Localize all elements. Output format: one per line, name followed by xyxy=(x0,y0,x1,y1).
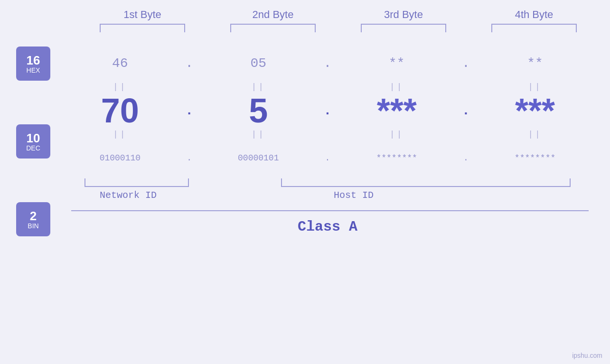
bin-cell-1: 01000110 xyxy=(73,153,168,163)
host-id-bracket xyxy=(281,178,571,187)
byte-header-2: 2nd Byte xyxy=(225,9,320,21)
hex-badge: 16 HEX xyxy=(16,47,50,81)
watermark: ipshu.com xyxy=(572,352,602,359)
hex-cell-2: 05 xyxy=(211,56,306,71)
eq2-4: || xyxy=(488,130,582,139)
bin-dot-2: . xyxy=(318,153,337,163)
dec-row: 70 . 5 . *** . *** xyxy=(66,94,589,127)
net-id-bracket xyxy=(84,178,189,187)
class-label: Class A xyxy=(298,219,357,235)
dec-cell-1: 70 xyxy=(73,91,168,130)
eq1-1: || xyxy=(73,82,168,92)
hex-cell-1: 46 xyxy=(73,56,168,71)
dec-dot-2: . xyxy=(318,103,337,118)
byte-header-3: 3rd Byte xyxy=(356,9,451,21)
bin-badge-label: BIN xyxy=(28,223,38,229)
host-id-label: Host ID xyxy=(209,190,498,201)
hex-badge-num: 16 xyxy=(27,54,40,67)
hex-cell-4: ** xyxy=(488,56,582,71)
main-area: 16 HEX 10 DEC 2 BIN 46 . 05 . ** . ** xyxy=(0,37,610,364)
dec-badge-num: 10 xyxy=(27,131,40,145)
hex-dot-1: . xyxy=(180,56,199,71)
equals-row-2: || || || || xyxy=(66,127,589,141)
eq2-3: || xyxy=(349,130,444,139)
main-container: 1st Byte 2nd Byte 3rd Byte 4th Byte 16 H… xyxy=(0,0,610,364)
bracket-1 xyxy=(100,24,185,32)
dec-cell-4: *** xyxy=(488,91,582,130)
dec-cell-2: 5 xyxy=(211,91,306,130)
bracket-4 xyxy=(491,24,577,32)
byte-header-4: 4th Byte xyxy=(487,9,582,21)
bin-dot-3: . xyxy=(456,153,475,163)
dec-cell-3: *** xyxy=(349,91,444,130)
bracket-2 xyxy=(230,24,316,32)
bin-badge: 2 BIN xyxy=(16,202,50,236)
dec-badge: 10 DEC xyxy=(16,124,50,159)
bracket-3 xyxy=(361,24,446,32)
eq2-2: || xyxy=(211,130,306,139)
bin-cell-3: ******** xyxy=(349,153,444,163)
data-grid: 46 . 05 . ** . ** || || || || 70 xyxy=(66,37,610,235)
hex-badge-label: HEX xyxy=(27,67,40,74)
network-id-label: Network ID xyxy=(66,190,190,201)
id-labels-row: Network ID Host ID xyxy=(66,190,589,201)
dec-dot-1: . xyxy=(180,103,199,118)
eq2-1: || xyxy=(73,130,168,139)
badges-column: 16 HEX 10 DEC 2 BIN xyxy=(0,37,66,236)
hex-row: 46 . 05 . ** . ** xyxy=(66,47,589,80)
bin-badge-num: 2 xyxy=(30,209,37,223)
bin-cell-2: 00000101 xyxy=(211,153,306,163)
hex-dot-2: . xyxy=(318,56,337,71)
byte-header-1: 1st Byte xyxy=(95,9,190,21)
top-brackets xyxy=(77,24,600,32)
class-label-row: Class A xyxy=(66,219,589,235)
eq1-4: || xyxy=(488,82,582,92)
bin-row: 01000110 . 00000101 . ******** . *******… xyxy=(66,141,589,175)
eq1-2: || xyxy=(211,82,306,92)
bottom-bracket-row xyxy=(66,178,589,187)
full-bottom-bracket xyxy=(71,210,589,211)
byte-headers-row: 1st Byte 2nd Byte 3rd Byte 4th Byte xyxy=(77,0,600,21)
bin-dot-1: . xyxy=(180,153,199,163)
dec-dot-3: . xyxy=(456,103,475,118)
hex-dot-3: . xyxy=(456,56,475,71)
bin-cell-4: ******** xyxy=(488,153,582,163)
hex-cell-3: ** xyxy=(349,56,444,71)
eq1-3: || xyxy=(349,82,444,92)
dec-badge-label: DEC xyxy=(26,145,40,151)
